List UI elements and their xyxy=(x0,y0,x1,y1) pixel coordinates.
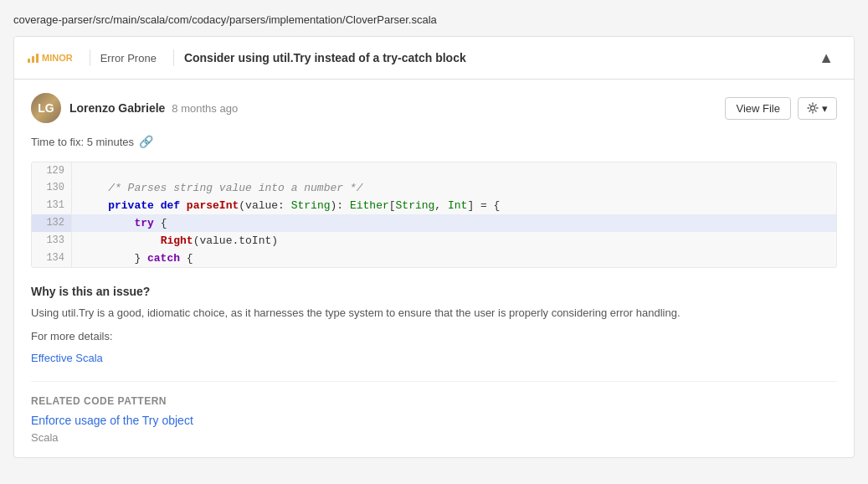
bar2 xyxy=(32,56,34,63)
severity-label: MINOR xyxy=(42,53,73,63)
gear-icon xyxy=(807,102,819,114)
code-line-129: 129 xyxy=(32,162,836,179)
breadcrumb: coverage-parser/src/main/scala/com/codac… xyxy=(13,13,855,26)
view-file-button[interactable]: View File xyxy=(725,97,791,120)
why-title: Why is this an issue? xyxy=(31,285,837,298)
issue-title: Consider using util.Try instead of a try… xyxy=(184,51,812,64)
code-line-131: 131 private def parseInt(value: String):… xyxy=(32,197,836,214)
issue-header: MINOR Error Prone Consider using util.Tr… xyxy=(14,37,854,80)
author-time: 8 months ago xyxy=(172,102,238,115)
time-to-fix-label: Time to fix: 5 minutes xyxy=(31,136,134,148)
author-name: Lorenzo Gabriele xyxy=(69,101,165,115)
code-line-133: 133 Right(value.toInt) xyxy=(32,232,836,250)
line-number: 130 xyxy=(32,179,72,197)
related-section-title: Related code pattern xyxy=(31,395,837,407)
category-label: Error Prone xyxy=(100,52,157,64)
code-block: 129 130 /* Parses string value into a nu… xyxy=(31,162,837,268)
why-description: Using util.Try is a good, idiomatic choi… xyxy=(31,305,837,322)
why-section: Why is this an issue? Using util.Try is … xyxy=(31,285,837,364)
link-icon[interactable]: 🔗 xyxy=(139,135,153,148)
issue-card: MINOR Error Prone Consider using util.Tr… xyxy=(13,36,855,458)
line-number: 133 xyxy=(32,232,72,250)
avatar: LG xyxy=(31,93,61,123)
header-divider xyxy=(90,49,90,66)
line-number: 134 xyxy=(32,250,72,267)
line-content xyxy=(72,162,92,179)
author-row: LG Lorenzo Gabriele 8 months ago View Fi… xyxy=(31,93,837,123)
line-number: 129 xyxy=(32,162,72,179)
effective-scala-link[interactable]: Effective Scala xyxy=(31,352,103,364)
line-content: try { xyxy=(72,214,177,232)
bar3 xyxy=(36,54,39,63)
collapse-button[interactable]: ▲ xyxy=(812,47,840,69)
related-pattern-link[interactable]: Enforce usage of the Try object xyxy=(31,414,837,427)
line-content: Right(value.toInt) xyxy=(72,232,288,250)
issue-body: LG Lorenzo Gabriele 8 months ago View Fi… xyxy=(14,80,854,457)
time-to-fix: Time to fix: 5 minutes 🔗 xyxy=(31,135,837,148)
severity-icon xyxy=(28,54,39,63)
header-divider2 xyxy=(173,49,174,66)
line-content: } catch { xyxy=(72,250,203,267)
severity-badge: MINOR xyxy=(28,53,73,63)
settings-arrow: ▾ xyxy=(822,102,828,115)
line-content: private def parseInt(value: String): Eit… xyxy=(72,197,510,214)
code-line-132: 132 try { xyxy=(32,214,836,232)
settings-button[interactable]: ▾ xyxy=(798,97,837,120)
more-details-label: For more details: xyxy=(31,328,837,345)
svg-point-0 xyxy=(811,106,815,111)
line-number: 132 xyxy=(32,214,72,232)
code-line-134: 134 } catch { xyxy=(32,250,836,267)
action-buttons: View File ▾ xyxy=(725,97,837,120)
code-line-130: 130 /* Parses string value into a number… xyxy=(32,179,836,197)
line-number: 131 xyxy=(32,197,72,214)
related-section: Related code pattern Enforce usage of th… xyxy=(31,381,837,444)
related-pattern-lang: Scala xyxy=(31,431,59,444)
avatar-image: LG xyxy=(31,93,61,123)
line-content: /* Parses string value into a number */ xyxy=(72,179,372,197)
bar1 xyxy=(28,59,30,63)
